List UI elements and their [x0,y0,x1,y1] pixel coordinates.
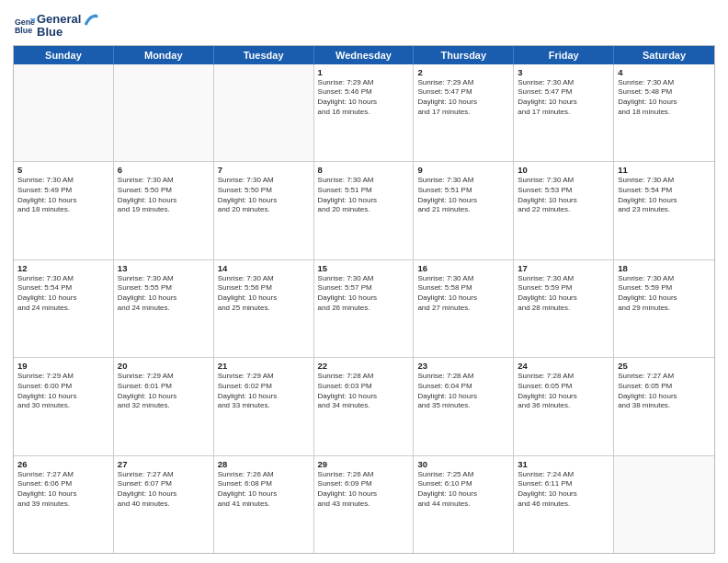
page: General Blue General Blue SundayMondayTu… [0,0,728,563]
header-cell-thursday: Thursday [414,46,514,64]
cal-cell [214,64,314,161]
day-number: 17 [518,263,609,273]
day-number: 24 [518,361,609,371]
day-number: 30 [417,459,509,469]
day-number: 11 [618,165,711,175]
day-number: 21 [218,361,310,371]
cal-cell [14,64,114,161]
week-row-0: 1Sunrise: 7:29 AM Sunset: 5:46 PM Daylig… [14,64,714,161]
cal-cell: 27Sunrise: 7:27 AM Sunset: 6:07 PM Dayli… [114,456,214,553]
cell-info: Sunrise: 7:27 AM Sunset: 6:07 PM Dayligh… [118,470,210,510]
cal-cell [614,456,714,553]
cal-cell: 19Sunrise: 7:29 AM Sunset: 6:00 PM Dayli… [14,358,114,454]
logo-blue: Blue [37,26,81,39]
cal-cell: 22Sunrise: 7:28 AM Sunset: 6:03 PM Dayli… [314,358,415,454]
cell-info: Sunrise: 7:30 AM Sunset: 5:51 PM Dayligh… [318,176,410,215]
day-number: 23 [417,361,509,371]
day-number: 18 [618,263,711,273]
day-number: 12 [17,263,109,273]
cal-cell: 9Sunrise: 7:30 AM Sunset: 5:51 PM Daylig… [414,162,514,259]
cell-info: Sunrise: 7:24 AM Sunset: 6:11 PM Dayligh… [518,470,609,510]
cal-cell [114,64,214,161]
svg-text:Blue: Blue [15,26,32,35]
week-row-4: 26Sunrise: 7:27 AM Sunset: 6:06 PM Dayli… [14,455,714,553]
day-number: 22 [318,361,410,371]
cal-cell: 13Sunrise: 7:30 AM Sunset: 5:55 PM Dayli… [114,260,214,357]
logo-swoosh-icon [82,12,98,29]
header-cell-tuesday: Tuesday [214,46,314,64]
cal-cell: 17Sunrise: 7:30 AM Sunset: 5:59 PM Dayli… [514,260,614,357]
cell-info: Sunrise: 7:26 AM Sunset: 6:09 PM Dayligh… [318,470,410,510]
cal-cell: 25Sunrise: 7:27 AM Sunset: 6:05 PM Dayli… [614,358,714,454]
day-number: 6 [118,165,210,175]
day-number: 16 [417,263,509,273]
cal-cell: 10Sunrise: 7:30 AM Sunset: 5:53 PM Dayli… [514,162,614,259]
day-number: 29 [318,459,410,469]
header-cell-sunday: Sunday [14,46,114,64]
cell-info: Sunrise: 7:25 AM Sunset: 6:10 PM Dayligh… [417,470,509,510]
cal-cell: 8Sunrise: 7:30 AM Sunset: 5:51 PM Daylig… [314,162,415,259]
cal-cell: 15Sunrise: 7:30 AM Sunset: 5:57 PM Dayli… [314,260,415,357]
day-number: 4 [618,67,711,77]
cell-info: Sunrise: 7:30 AM Sunset: 5:59 PM Dayligh… [618,274,711,314]
header-cell-friday: Friday [514,46,614,64]
calendar-header: SundayMondayTuesdayWednesdayThursdayFrid… [14,46,714,64]
cell-info: Sunrise: 7:30 AM Sunset: 5:51 PM Dayligh… [417,176,509,215]
cal-cell: 21Sunrise: 7:29 AM Sunset: 6:02 PM Dayli… [214,358,314,454]
cell-info: Sunrise: 7:26 AM Sunset: 6:08 PM Dayligh… [218,470,310,510]
cell-info: Sunrise: 7:30 AM Sunset: 5:50 PM Dayligh… [218,176,310,215]
cal-cell: 28Sunrise: 7:26 AM Sunset: 6:08 PM Dayli… [214,456,314,553]
cell-info: Sunrise: 7:30 AM Sunset: 5:54 PM Dayligh… [17,274,109,314]
cell-info: Sunrise: 7:29 AM Sunset: 6:02 PM Dayligh… [218,372,310,411]
day-number: 25 [618,361,711,371]
cell-info: Sunrise: 7:28 AM Sunset: 6:04 PM Dayligh… [417,372,509,411]
cell-info: Sunrise: 7:30 AM Sunset: 5:53 PM Dayligh… [518,176,609,215]
cell-info: Sunrise: 7:28 AM Sunset: 6:03 PM Dayligh… [318,372,410,411]
day-number: 27 [118,459,210,469]
calendar-body: 1Sunrise: 7:29 AM Sunset: 5:46 PM Daylig… [14,64,714,553]
cell-info: Sunrise: 7:30 AM Sunset: 5:56 PM Dayligh… [218,274,310,314]
header-cell-saturday: Saturday [614,46,714,64]
day-number: 1 [318,67,410,77]
week-row-3: 19Sunrise: 7:29 AM Sunset: 6:00 PM Dayli… [14,357,714,454]
day-number: 26 [17,459,109,469]
cell-info: Sunrise: 7:27 AM Sunset: 6:06 PM Dayligh… [17,470,109,510]
day-number: 5 [17,165,109,175]
day-number: 2 [417,67,509,77]
cal-cell: 20Sunrise: 7:29 AM Sunset: 6:01 PM Dayli… [114,358,214,454]
day-number: 20 [118,361,210,371]
cell-info: Sunrise: 7:29 AM Sunset: 6:00 PM Dayligh… [17,372,109,411]
cell-info: Sunrise: 7:29 AM Sunset: 5:46 PM Dayligh… [318,78,410,118]
logo-icon: General Blue [15,16,35,36]
day-number: 8 [318,165,410,175]
cal-cell: 6Sunrise: 7:30 AM Sunset: 5:50 PM Daylig… [114,162,214,259]
day-number: 15 [318,263,410,273]
cal-cell: 5Sunrise: 7:30 AM Sunset: 5:49 PM Daylig… [14,162,114,259]
day-number: 19 [17,361,109,371]
logo: General Blue General Blue [13,13,98,40]
day-number: 7 [218,165,310,175]
cal-cell: 23Sunrise: 7:28 AM Sunset: 6:04 PM Dayli… [414,358,514,454]
week-row-1: 5Sunrise: 7:30 AM Sunset: 5:49 PM Daylig… [14,161,714,259]
logo-general: General [37,13,81,26]
cal-cell: 14Sunrise: 7:30 AM Sunset: 5:56 PM Dayli… [214,260,314,357]
cal-cell: 1Sunrise: 7:29 AM Sunset: 5:46 PM Daylig… [314,64,415,161]
header-cell-wednesday: Wednesday [314,46,415,64]
cell-info: Sunrise: 7:30 AM Sunset: 5:54 PM Dayligh… [618,176,711,215]
cal-cell: 7Sunrise: 7:30 AM Sunset: 5:50 PM Daylig… [214,162,314,259]
cal-cell: 30Sunrise: 7:25 AM Sunset: 6:10 PM Dayli… [414,456,514,553]
cal-cell: 24Sunrise: 7:28 AM Sunset: 6:05 PM Dayli… [514,358,614,454]
day-number: 28 [218,459,310,469]
cell-info: Sunrise: 7:29 AM Sunset: 6:01 PM Dayligh… [118,372,210,411]
day-number: 31 [518,459,609,469]
header: General Blue General Blue [13,9,715,40]
cal-cell: 2Sunrise: 7:29 AM Sunset: 5:47 PM Daylig… [414,64,514,161]
day-number: 9 [417,165,509,175]
cal-cell: 4Sunrise: 7:30 AM Sunset: 5:48 PM Daylig… [614,64,714,161]
cal-cell: 11Sunrise: 7:30 AM Sunset: 5:54 PM Dayli… [614,162,714,259]
cal-cell: 18Sunrise: 7:30 AM Sunset: 5:59 PM Dayli… [614,260,714,357]
day-number: 14 [218,263,310,273]
cell-info: Sunrise: 7:30 AM Sunset: 5:57 PM Dayligh… [318,274,410,314]
cal-cell: 31Sunrise: 7:24 AM Sunset: 6:11 PM Dayli… [514,456,614,553]
cal-cell: 29Sunrise: 7:26 AM Sunset: 6:09 PM Dayli… [314,456,415,553]
